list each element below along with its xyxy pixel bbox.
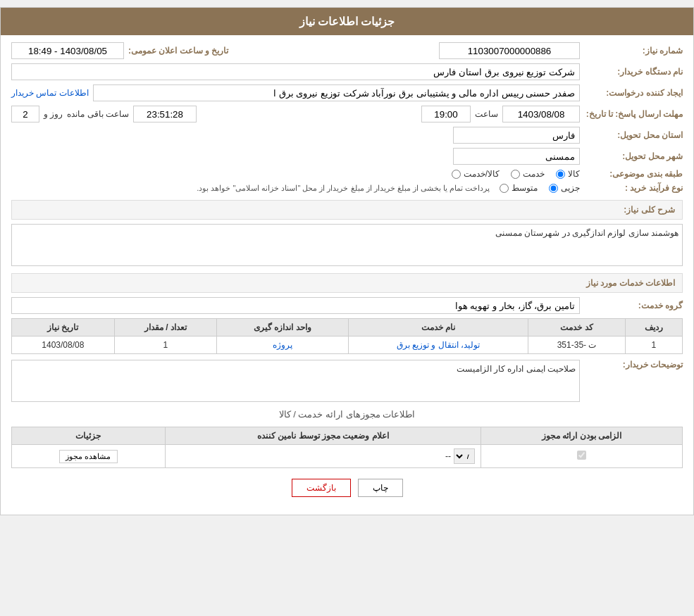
deadline-days-input [11,106,39,122]
deadline-time-label: ساعت [475,109,498,119]
creator-contact-link[interactable]: اطلاعات تماس خریدار [11,88,89,98]
cell-service-name: تولید، انتقال و توزیع برق [348,337,528,354]
need-desc-value: هوشمند سازی لوازم اندازگیری در شهرستان م… [495,228,678,238]
permissions-link[interactable]: اطلاعات مجوزهای ارائه خدمت / کالا [11,409,683,420]
purchase-motovaset-radio[interactable] [500,184,509,193]
service-group-input [11,297,580,314]
cell-date: 1403/08/08 [12,337,115,354]
cell-service-code: ت -35-351 [528,337,625,354]
service-group-label: گروه خدمت: [584,301,683,310]
perm-status-cell: ∨ -- [165,445,481,468]
buyer-name-label: نام دستگاه خریدار: [584,67,683,77]
need-desc-label: شرح کلی نیاز: [624,205,675,215]
cell-unit: پروژه [217,337,348,354]
deadline-date-input [502,106,580,122]
need-number-label: شماره نیاز: [584,46,683,56]
view-permit-button[interactable]: مشاهده مجوز [59,450,117,463]
announce-date-input [11,42,124,59]
province-input [453,127,580,144]
city-label: شهر محل تحویل: [584,151,683,161]
print-button[interactable]: چاپ [358,479,403,497]
city-input [453,148,580,165]
col-service-name: نام خدمت [348,319,528,337]
purchase-motovaset-label: متوسط [512,183,538,193]
services-table: ردیف کد خدمت نام خدمت واحد اندازه گیری ت… [11,318,683,354]
col-quantity: تعداد / مقدار [114,319,217,337]
buyer-name-input [11,63,580,80]
back-button[interactable]: بازگشت [292,479,351,497]
deadline-remain-label: ساعت باقی مانده [67,109,129,119]
category-kala-khadamat-radio[interactable] [452,170,461,179]
perm-status-value: -- [445,451,451,461]
creator-input [93,84,580,101]
category-kala-khadamat-label: کالا/خدمت [464,169,500,179]
buyer-desc-textarea[interactable]: صلاحیت ایمنی اداره کار الزامیست [11,360,580,402]
perm-col-details: جزئیات [12,427,166,445]
perm-required-cell [481,445,682,468]
services-section-header: اطلاعات خدمات مورد نیاز [11,273,683,293]
category-kala-label: کالا [568,169,580,179]
perm-col-required: الزامی بودن ارائه مجوز [481,427,682,445]
buyer-desc-label: توضیحات خریدار: [584,360,683,402]
need-desc-textarea[interactable]: هوشمند سازی لوازم اندازگیری در شهرستان م… [11,224,683,266]
buyer-desc-value: صلاحیت ایمنی اداره کار الزامیست [457,364,576,374]
purchase-desc: پرداخت تمام یا بخشی از مبلغ خریدار از مب… [197,184,490,193]
category-khadamat: خدمت [511,169,545,179]
need-desc-section-header: شرح کلی نیاز: [11,200,683,220]
cell-row: 1 [625,337,682,354]
deadline-label: مهلت ارسال پاسخ: تا تاریخ: [584,109,683,119]
category-radio-group: کالا/خدمت خدمت کالا [452,169,580,179]
page-title: جزئیات اطلاعات نیاز [299,15,395,27]
deadline-remain-input [133,106,197,122]
permissions-link-text: اطلاعات مجوزهای ارائه خدمت / کالا [279,409,416,420]
purchase-type-radio-group: متوسط جزیی [500,183,580,193]
col-date: تاریخ نیاز [12,319,115,337]
perm-col-status: اعلام وضعیت مجوز توسط نامین کننده [165,427,481,445]
services-section-title: اطلاعات خدمات مورد نیاز [586,278,675,288]
deadline-days-label: روز و [44,109,63,119]
category-kala: کالا [556,169,580,179]
category-khadamat-label: خدمت [523,169,545,179]
deadline-time-input [421,106,471,122]
table-row: 1 ت -35-351 تولید، انتقال و توزیع برق پر… [12,337,683,354]
col-unit: واحد اندازه گیری [217,319,348,337]
category-label: طبقه بندی موضوعی: [584,169,683,179]
cell-quantity: 1 [114,337,217,354]
purchase-jozii-label: جزیی [561,183,580,193]
table-row: ∨ -- مشاهده مجوز [12,445,683,468]
perm-required-checkbox[interactable] [577,451,586,460]
purchase-type-label: نوع فرآیند خرید : [584,183,683,193]
permissions-section: الزامی بودن ارائه مجوز اعلام وضعیت مجوز … [11,427,683,468]
page-header: جزئیات اطلاعات نیاز [1,8,693,35]
creator-label: ایجاد کننده درخواست: [584,88,683,98]
perm-status-select[interactable]: ∨ [454,448,475,464]
col-row: ردیف [625,319,682,337]
category-kala-khadamat: کالا/خدمت [452,169,500,179]
announce-date-label: تاریخ و ساعت اعلان عمومی: [128,46,228,56]
province-label: استان محل تحویل: [584,130,683,140]
purchase-jozii-radio[interactable] [549,184,558,193]
bottom-buttons: چاپ بازگشت [11,468,683,508]
purchase-jozii: جزیی [549,183,580,193]
category-kala-radio[interactable] [556,170,565,179]
perm-details-cell: مشاهده مجوز [12,445,166,468]
permissions-table: الزامی بودن ارائه مجوز اعلام وضعیت مجوز … [11,427,683,468]
category-khadamat-radio[interactable] [511,170,520,179]
purchase-motovaset: متوسط [500,183,538,193]
col-service-code: کد خدمت [528,319,625,337]
need-number-input [439,42,580,59]
